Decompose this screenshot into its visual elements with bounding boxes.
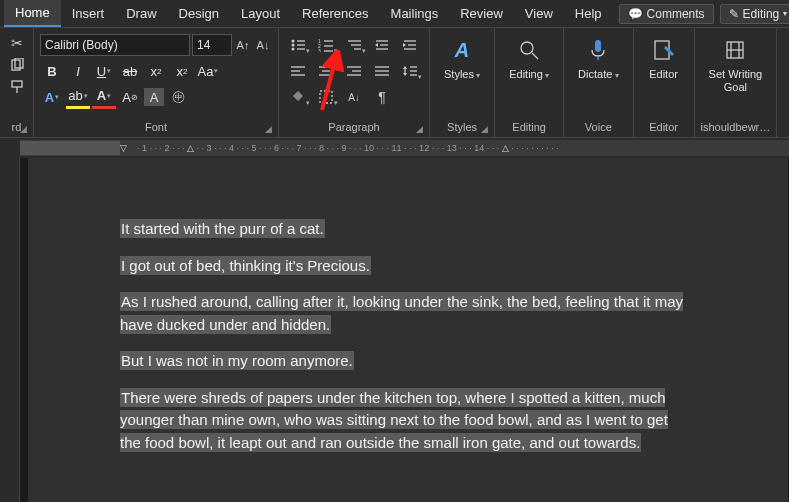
svg-point-8	[292, 48, 295, 51]
clipboard-launcher-icon[interactable]: ◢	[20, 124, 30, 134]
copy-icon[interactable]	[8, 56, 26, 74]
decrease-indent-button[interactable]	[369, 33, 395, 57]
borders-button[interactable]	[313, 85, 339, 109]
line-spacing-button[interactable]	[397, 59, 423, 83]
italic-button[interactable]: I	[66, 59, 90, 83]
grow-font-button[interactable]: A↑	[234, 34, 252, 56]
paragraph[interactable]: As I rushed around, calling after it, lo…	[120, 291, 688, 336]
ribbon-tabs: Home Insert Draw Design Layout Reference…	[0, 0, 789, 28]
enclose-characters-button[interactable]: ㊥	[166, 85, 190, 109]
paragraph[interactable]: It started with the purr of a cat.	[120, 218, 688, 241]
svg-rect-2	[12, 81, 22, 87]
editor-button[interactable]: Editor	[640, 32, 688, 81]
superscript-button[interactable]: x2	[170, 59, 194, 83]
editing-mode-button[interactable]: ✎ Editing ▾	[720, 4, 789, 24]
goal-icon	[721, 36, 749, 64]
group-font: A↑ A↓ B I U ab x2 x2 Aa A ab A A⊘ A ㊥ Fo…	[34, 28, 279, 137]
editor-label: Editor	[649, 68, 678, 81]
change-case-button[interactable]: Aa	[196, 59, 220, 83]
tab-view[interactable]: View	[514, 1, 564, 26]
find-icon	[515, 36, 543, 64]
goal-label: Set Writing Goal	[709, 68, 763, 94]
font-launcher-icon[interactable]: ◢	[265, 124, 275, 134]
numbering-button[interactable]: 123	[313, 33, 339, 57]
styles-launcher-icon[interactable]: ◢	[481, 124, 491, 134]
group-label-editing: Editing	[501, 119, 557, 135]
svg-point-42	[521, 42, 533, 54]
svg-point-6	[292, 44, 295, 47]
editor-icon	[650, 36, 678, 64]
svg-rect-44	[595, 40, 601, 52]
multilevel-list-button[interactable]	[341, 33, 367, 57]
vertical-ruler[interactable]	[0, 158, 20, 502]
tab-design[interactable]: Design	[168, 1, 230, 26]
dictate-label: Dictate	[578, 68, 618, 81]
document-page[interactable]: It started with the purr of a cat. I got…	[28, 158, 788, 502]
dictate-button[interactable]: Dictate	[570, 32, 626, 81]
group-label-goal: ishouldbewr…	[701, 119, 771, 135]
svg-point-4	[292, 40, 295, 43]
ribbon: ✂ rd ◢ A↑ A↓ B I U ab x2 x2 Aa A	[0, 28, 789, 138]
paragraph[interactable]: I got out of bed, thinking it's Precious…	[120, 255, 688, 278]
align-right-button[interactable]	[341, 59, 367, 83]
tab-home[interactable]: Home	[4, 0, 61, 27]
group-editing: Editing Editing	[495, 28, 564, 137]
group-label-paragraph: Paragraph	[285, 119, 423, 135]
comments-label: Comments	[647, 7, 705, 21]
increase-indent-button[interactable]	[397, 33, 423, 57]
svg-rect-41	[320, 91, 332, 103]
group-editor: Editor Editor	[634, 28, 695, 137]
subscript-button[interactable]: x2	[144, 59, 168, 83]
paragraph-launcher-icon[interactable]: ◢	[416, 124, 426, 134]
clear-formatting-button[interactable]: A⊘	[118, 85, 142, 109]
tab-review[interactable]: Review	[449, 1, 514, 26]
align-center-button[interactable]	[313, 59, 339, 83]
text-effects-button[interactable]: A	[40, 85, 64, 109]
font-name-select[interactable]	[40, 34, 190, 56]
styles-icon: A	[448, 36, 476, 64]
strikethrough-button[interactable]: ab	[118, 59, 142, 83]
horizontal-ruler[interactable]: ▽ · 1 · · · 2 · · · △ · · 3 · · · 4 · · …	[0, 138, 789, 158]
editing-button[interactable]: Editing	[501, 32, 557, 81]
paragraph[interactable]: There were shreds of papers under the ki…	[120, 387, 688, 455]
editing-label: Editing	[743, 7, 780, 21]
align-left-button[interactable]	[285, 59, 311, 83]
cut-icon[interactable]: ✂	[8, 34, 26, 52]
font-color-button[interactable]: A	[92, 85, 116, 109]
format-painter-icon[interactable]	[8, 78, 26, 96]
sort-button[interactable]: A↓	[341, 85, 367, 109]
svg-line-43	[532, 53, 538, 59]
character-shading-button[interactable]: A	[144, 88, 164, 106]
show-marks-button[interactable]: ¶	[369, 85, 395, 109]
tab-help[interactable]: Help	[564, 1, 613, 26]
group-paragraph: 123	[279, 28, 430, 137]
group-label-font: Font	[40, 119, 272, 135]
group-styles: A Styles Styles ◢	[430, 28, 495, 137]
justify-button[interactable]	[369, 59, 395, 83]
bullets-button[interactable]	[285, 33, 311, 57]
tab-draw[interactable]: Draw	[115, 1, 167, 26]
group-writing-goal: Set Writing Goal ishouldbewr…	[695, 28, 778, 137]
set-writing-goal-button[interactable]: Set Writing Goal	[701, 32, 771, 94]
highlight-button[interactable]: ab	[66, 85, 90, 109]
svg-text:3: 3	[318, 48, 321, 52]
paragraph[interactable]: But I was not in my room anymore.	[120, 350, 688, 373]
chevron-down-icon: ▾	[783, 9, 787, 18]
tab-references[interactable]: References	[291, 1, 379, 26]
microphone-icon	[584, 36, 612, 64]
styles-button[interactable]: A Styles	[436, 32, 488, 81]
pencil-icon: ✎	[729, 7, 739, 21]
document-area: It started with the purr of a cat. I got…	[0, 158, 789, 502]
tab-insert[interactable]: Insert	[61, 1, 116, 26]
underline-button[interactable]: U	[92, 59, 116, 83]
font-size-select[interactable]	[192, 34, 232, 56]
tab-mailings[interactable]: Mailings	[380, 1, 450, 26]
shading-button[interactable]	[285, 85, 311, 109]
group-clipboard: ✂ rd ◢	[0, 28, 34, 137]
indent-marker-icon[interactable]: ▽	[120, 143, 127, 153]
group-label-editor: Editor	[640, 119, 688, 135]
shrink-font-button[interactable]: A↓	[254, 34, 272, 56]
bold-button[interactable]: B	[40, 59, 64, 83]
tab-layout[interactable]: Layout	[230, 1, 291, 26]
comments-button[interactable]: 💬 Comments	[619, 4, 714, 24]
